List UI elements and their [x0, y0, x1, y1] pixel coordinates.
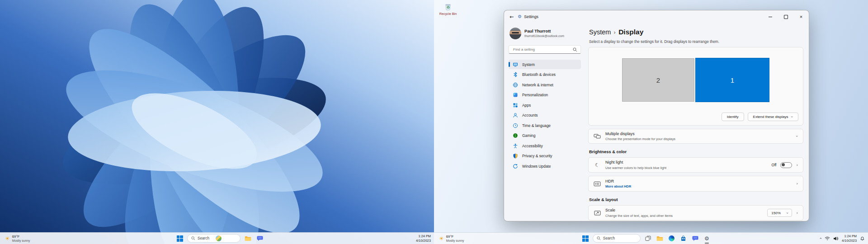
display-1[interactable]: 1 — [695, 58, 769, 102]
clock[interactable]: 1:24 PM 4/10/2023 — [842, 234, 857, 243]
chat-icon — [692, 235, 698, 241]
settings-gear-icon: ⚙ — [518, 14, 522, 19]
maximize-button[interactable] — [778, 10, 793, 23]
search-daily-image — [216, 235, 222, 241]
system-icon — [513, 62, 518, 67]
monitor-right: ♻ Recycle Bin ← ⚙ Settings × — [434, 0, 868, 244]
recycle-bin[interactable]: ♻ Recycle Bin — [438, 2, 458, 16]
weather-condition: Mostly sunny — [446, 239, 464, 242]
search-icon — [191, 236, 195, 240]
sidebar-item-accounts[interactable]: Accounts — [509, 111, 581, 120]
close-button[interactable]: × — [793, 10, 809, 23]
night-light-row[interactable]: ☾ Night light Use warmer colors to help … — [588, 157, 803, 173]
settings-search-box[interactable] — [509, 45, 581, 54]
clock[interactable]: 1:24 PM 4/10/2023 — [416, 234, 431, 243]
sidebar-item-label: Apps — [522, 103, 531, 108]
hdr-row[interactable]: HDR More about HDR › — [588, 176, 803, 192]
multiple-displays-icon — [594, 133, 601, 139]
chat-icon — [257, 235, 263, 241]
weather-condition: Mostly sunny — [12, 239, 30, 242]
recycle-bin-label: Recycle Bin — [439, 12, 457, 16]
hdr-link[interactable]: More about HDR — [605, 184, 631, 188]
sidebar-item-network-internet[interactable]: Network & internet — [509, 80, 581, 89]
system-tray: › 1:24 PM 4/10/2023 — [820, 233, 865, 244]
scale-row[interactable]: Scale Change the size of text, apps, and… — [588, 205, 803, 221]
file-explorer-button[interactable] — [656, 233, 664, 244]
sidebar-item-bluetooth-devices[interactable]: Bluetooth & devices — [509, 70, 581, 80]
sidebar-item-label: Gaming — [522, 133, 535, 138]
display-mode-dropdown[interactable]: Extend these displays › — [748, 113, 798, 121]
display-2[interactable]: 2 — [622, 58, 694, 102]
sidebar-item-accessibility[interactable]: Accessibility — [509, 141, 581, 150]
row-controls: Off › — [772, 162, 798, 168]
taskbar-search[interactable]: Search — [593, 234, 641, 243]
task-view-button[interactable] — [644, 233, 652, 244]
xbox-icon — [513, 133, 518, 138]
row-title: Scale — [605, 208, 673, 213]
scale-dropdown[interactable]: 150% › — [767, 209, 792, 217]
sidebar-item-time-language[interactable]: Time & language — [509, 121, 581, 130]
breadcrumb-parent[interactable]: System — [589, 28, 611, 36]
edge-button[interactable] — [667, 233, 676, 244]
weather-widget[interactable]: ☀ 69°F Mostly sunny — [3, 233, 32, 244]
maximize-icon — [784, 15, 788, 19]
avatar — [509, 28, 521, 39]
windows-logo-icon — [177, 235, 183, 242]
multiple-displays-row[interactable]: Multiple displays Choose the presentatio… — [588, 129, 803, 144]
settings-taskbar-button[interactable]: ⚙ — [703, 233, 711, 244]
clock-time: 1:24 PM — [416, 234, 431, 239]
folder-icon — [245, 236, 251, 241]
sidebar-item-label: Windows Update — [522, 164, 551, 169]
sidebar-item-personalization[interactable]: Personalization — [509, 90, 581, 100]
profile-email: thurrott11book@outlook.com — [524, 34, 564, 38]
chevron-right-icon: › — [796, 182, 798, 186]
file-explorer-button[interactable] — [244, 233, 252, 244]
back-button[interactable]: ← — [509, 14, 514, 20]
chevron-down-icon[interactable]: › — [795, 136, 799, 137]
taskbar-clock-left[interactable]: 1:24 PM 4/10/2023 — [416, 233, 431, 244]
store-button[interactable] — [679, 233, 688, 244]
row-subtitle: Change the size of text, apps, and other… — [605, 214, 673, 218]
wifi-button[interactable] — [825, 235, 830, 243]
sidebar-item-gaming[interactable]: Gaming — [509, 131, 581, 141]
notification-button[interactable] — [860, 235, 865, 243]
clock-date: 4/10/2023 — [842, 239, 857, 243]
person-icon — [513, 113, 518, 118]
volume-button[interactable] — [833, 235, 839, 243]
row-text: Scale Change the size of text, apps, and… — [605, 208, 673, 218]
start-button[interactable] — [175, 233, 184, 244]
taskbar-search[interactable]: Search — [187, 234, 241, 243]
identify-button[interactable]: Identify — [722, 113, 744, 121]
sidebar-item-label: Time & language — [522, 123, 551, 128]
sidebar-item-apps[interactable]: Apps — [509, 100, 581, 110]
search-icon — [573, 47, 577, 52]
hidden-icons-chevron[interactable]: › — [819, 238, 823, 239]
profile[interactable]: Paul Thurrott thurrott11book@outlook.com — [509, 27, 581, 39]
settings-sidebar: Paul Thurrott thurrott11book@outlook.com — [504, 23, 584, 221]
edge-icon — [669, 235, 675, 241]
taskbar-center-left: Search — [175, 233, 264, 244]
chevron-down-icon: › — [785, 212, 789, 214]
settings-search-input[interactable] — [512, 47, 573, 52]
row-controls: › — [796, 134, 798, 138]
section-brightness-color: Brightness & color — [589, 150, 803, 154]
sidebar-item-windows-update[interactable]: Windows Update — [509, 161, 581, 171]
weather-widget[interactable]: ☀ 69°F Mostly sunny — [437, 233, 466, 244]
night-light-toggle[interactable] — [780, 162, 792, 168]
recycle-glyph: ♻ — [446, 5, 449, 9]
start-button[interactable] — [581, 233, 590, 244]
close-icon: × — [800, 14, 802, 19]
breadcrumb: System › Display — [589, 28, 803, 36]
minimize-button[interactable] — [763, 10, 778, 23]
search-icon — [597, 236, 601, 240]
search-label: Search — [198, 236, 209, 240]
weather-temp: 69°F — [446, 235, 464, 239]
sidebar-item-privacy-security[interactable]: Privacy & security — [509, 151, 581, 161]
moon-icon: ☾ — [595, 163, 599, 168]
identify-label: Identify — [727, 115, 739, 119]
chat-button[interactable] — [691, 233, 699, 244]
row-subtitle: Use warmer colors to help block blue lig… — [605, 166, 666, 170]
chat-button[interactable] — [255, 233, 264, 244]
sidebar-item-system[interactable]: System — [509, 60, 581, 69]
sidebar-item-label: Network & internet — [522, 83, 553, 87]
